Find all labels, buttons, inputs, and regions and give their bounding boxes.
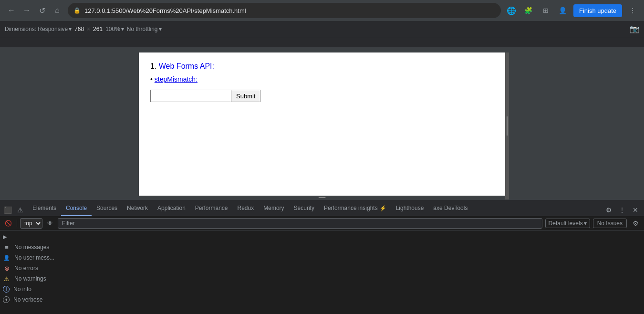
step-mismatch-input[interactable]	[150, 90, 231, 102]
console-item-info[interactable]: i No info	[0, 284, 644, 294]
tab-console[interactable]: Console	[61, 202, 92, 216]
elements-icon-tab[interactable]: ⬛	[2, 204, 13, 216]
throttle-chevron-icon: ▾	[159, 26, 162, 32]
height-value: 261	[93, 26, 103, 32]
form-row: Submit	[150, 90, 494, 102]
page-heading: 1. Web Forms API:	[150, 62, 494, 71]
verbose-label: No verbose	[13, 296, 42, 303]
sidebar-icon[interactable]: ⊞	[539, 4, 552, 17]
throttle-button[interactable]: No throttling ▾	[127, 26, 162, 32]
dimension-separator: ×	[87, 26, 90, 32]
dimensions-button[interactable]: Dimensions: Responsive ▾	[5, 26, 72, 32]
verbose-icon: ✦	[3, 296, 10, 303]
submit-button[interactable]: Submit	[231, 90, 260, 102]
profile-icon[interactable]: 👤	[556, 4, 570, 17]
tab-performance[interactable]: Performance	[190, 202, 233, 216]
tab-axe[interactable]: axe DevTools	[428, 202, 472, 216]
zoom-value: 100%	[105, 26, 120, 32]
address-bar[interactable]: 🔒 127.0.0.1:5500/Web%20Forms%20API/stepM…	[68, 3, 501, 18]
puzzle-icon[interactable]: 🧩	[522, 4, 535, 17]
console-settings-button[interactable]: ⚙	[630, 218, 641, 229]
tab-security[interactable]: Security	[289, 202, 319, 216]
expand-arrow-icon: ▶	[3, 234, 7, 240]
dimensions-label: Dimensions: Responsive	[5, 26, 68, 32]
back-button[interactable]: ←	[5, 4, 18, 17]
ruler-area	[0, 37, 644, 48]
dimensions-section: Dimensions: Responsive ▾ 768 × 261 100% …	[5, 26, 162, 32]
console-item-user-messages[interactable]: 👤 No user mess...	[0, 252, 644, 263]
default-levels-button[interactable]: Default levels ▾	[545, 219, 590, 228]
errors-label: No errors	[14, 265, 38, 272]
tab-lighthouse[interactable]: Lighthouse	[391, 202, 429, 216]
zoom-chevron-icon: ▾	[121, 26, 124, 32]
info-icon: i	[3, 286, 10, 293]
errors-icon: ⊗	[3, 264, 10, 272]
chrome-icon[interactable]: 🌐	[505, 4, 518, 17]
filter-input-wrap	[58, 218, 542, 229]
eye-icon-button[interactable]: 👁	[45, 219, 55, 228]
forward-button[interactable]: →	[20, 4, 33, 17]
console-item-errors[interactable]: ⊗ No errors	[0, 263, 644, 273]
main-area: 1. Web Forms API: • stepMismatch: Submit…	[0, 48, 644, 314]
tab-sources[interactable]: Sources	[92, 202, 122, 216]
console-icon-tab[interactable]: ⚠	[14, 204, 26, 216]
devtools-close-button[interactable]: ✕	[630, 204, 641, 216]
reload-button[interactable]: ↺	[35, 4, 49, 17]
webpage-frame: 1. Web Forms API: • stepMismatch: Submit	[139, 52, 505, 199]
console-item-verbose[interactable]: ✦ No verbose	[0, 294, 644, 305]
no-issues-badge: No Issues	[593, 219, 627, 228]
webpage-preview: 1. Web Forms API: • stepMismatch: Submit…	[0, 48, 644, 199]
console-item-messages[interactable]: ≡ No messages	[0, 242, 644, 252]
home-button[interactable]: ⌂	[51, 4, 64, 17]
nav-buttons: ← → ↺ ⌂	[5, 4, 64, 17]
console-filter-bar: 🚫 top 👁 Default levels ▾ No Issues ⚙	[0, 216, 644, 230]
filter-input[interactable]	[58, 218, 542, 229]
console-item-warnings[interactable]: ⚠ No warnings	[0, 273, 644, 284]
messages-label: No messages	[14, 244, 49, 251]
page-subtitle: • stepMismatch:	[150, 75, 494, 83]
resize-handle-right[interactable]	[505, 52, 509, 199]
width-value: 768	[74, 26, 84, 32]
resize-handle-bottom[interactable]: ━━	[139, 196, 505, 199]
tab-elements[interactable]: Elements	[28, 202, 61, 216]
browser-bar: ← → ↺ ⌂ 🔒 127.0.0.1:5500/Web%20Forms%20A…	[0, 0, 644, 21]
messages-icon: ≡	[3, 243, 10, 251]
default-levels-label: Default levels	[549, 220, 583, 227]
perf-insights-icon: ⚡	[380, 205, 386, 211]
lock-icon: 🔒	[73, 7, 81, 14]
devtools-tab-actions: ⚙ ⋮ ✕	[603, 204, 644, 216]
devtools-settings-button[interactable]: ⚙	[603, 204, 614, 216]
default-levels-chevron-icon: ▾	[584, 220, 587, 227]
user-messages-icon: 👤	[3, 254, 10, 262]
devtools-tabs: ⬛ ⚠ Elements Console Sources Network App…	[0, 200, 644, 216]
info-label: No info	[13, 286, 31, 293]
user-messages-label: No user mess...	[14, 254, 54, 261]
devtools-toolbar-right: 📷	[630, 24, 639, 33]
console-messages: ▶ ≡ No messages 👤 No user mess... ⊗ No e…	[0, 230, 644, 314]
block-icon-button[interactable]: 🚫	[3, 219, 14, 228]
console-expand-item[interactable]: ▶	[0, 231, 644, 242]
dimensions-chevron-icon: ▾	[69, 26, 72, 32]
warnings-icon: ⚠	[3, 275, 10, 283]
top-context-selector[interactable]: top	[20, 218, 42, 229]
browser-actions: 🌐 🧩 ⊞ 👤 Finish update ⋮	[505, 4, 639, 17]
more-options-button[interactable]: ⋮	[626, 4, 639, 17]
devtools-more-button[interactable]: ⋮	[616, 204, 628, 216]
devtools-panel: ⬛ ⚠ Elements Console Sources Network App…	[0, 199, 644, 314]
url-text: 127.0.0.1:5500/Web%20Forms%20API/stepMis…	[84, 7, 246, 14]
tab-network[interactable]: Network	[122, 202, 153, 216]
warnings-label: No warnings	[14, 275, 46, 282]
filter-separator	[17, 220, 17, 227]
finish-update-button[interactable]: Finish update	[573, 4, 622, 17]
throttle-label: No throttling	[127, 26, 158, 32]
devtools-toolbar: Dimensions: Responsive ▾ 768 × 261 100% …	[0, 21, 644, 37]
zoom-button[interactable]: 100% ▾	[105, 26, 124, 32]
screenshot-button[interactable]: 📷	[630, 24, 639, 33]
tab-application[interactable]: Application	[153, 202, 190, 216]
tab-redux[interactable]: Redux	[233, 202, 259, 216]
tab-memory[interactable]: Memory	[259, 202, 289, 216]
tab-perf-insights[interactable]: Performance insights ⚡	[319, 202, 391, 216]
